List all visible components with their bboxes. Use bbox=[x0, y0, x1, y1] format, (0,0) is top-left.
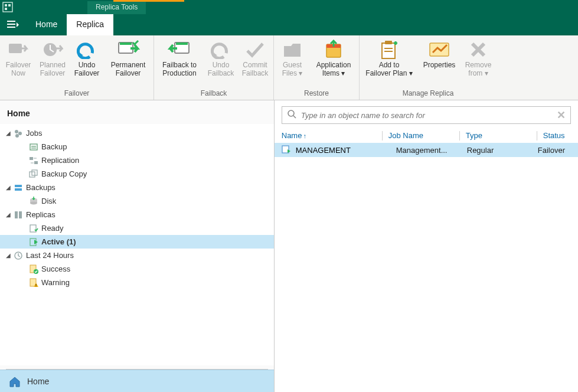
warning-icon bbox=[28, 277, 39, 288]
guest-files-icon bbox=[280, 38, 304, 61]
replication-icon bbox=[28, 155, 39, 166]
tree-node-backups[interactable]: ◢ Backups bbox=[0, 181, 274, 194]
svg-rect-33 bbox=[15, 211, 18, 218]
app-menu-button[interactable] bbox=[0, 14, 26, 35]
backup-copy-icon bbox=[28, 169, 39, 179]
jobs-icon bbox=[13, 128, 24, 139]
success-icon bbox=[28, 264, 39, 275]
undo-failover-icon bbox=[75, 38, 99, 61]
svg-rect-41 bbox=[35, 284, 36, 286]
ribbon: FailoverNow PlannedFailover UndoFailover… bbox=[0, 35, 578, 100]
undo-failover-button[interactable]: UndoFailover bbox=[72, 38, 102, 79]
chevron-down-icon: ◢ bbox=[6, 184, 13, 191]
chevron-down-icon: ◢ bbox=[6, 130, 13, 136]
home-icon bbox=[8, 375, 21, 388]
tree-node-disk[interactable]: Disk bbox=[0, 194, 274, 208]
ribbon-group-label: Failback bbox=[201, 89, 227, 99]
cell-name: MANAGEMENT bbox=[296, 146, 396, 155]
svg-rect-35 bbox=[30, 225, 36, 232]
contextual-tab-label: Replica Tools bbox=[87, 1, 146, 14]
col-name[interactable]: Name↑ bbox=[282, 131, 382, 141]
commit-failback-icon bbox=[243, 38, 267, 61]
failback-to-production-button[interactable]: Failback toProduction bbox=[158, 38, 201, 79]
app-icon bbox=[0, 0, 15, 14]
tree-node-backup-copy[interactable]: Backup Copy bbox=[0, 167, 274, 181]
undo-failback-button[interactable]: UndoFailback bbox=[206, 38, 236, 79]
tree-node-replicas[interactable]: ◢ Replicas bbox=[0, 208, 274, 221]
tree-node-backup[interactable]: Backup bbox=[0, 140, 274, 153]
svg-rect-7 bbox=[9, 44, 22, 53]
add-to-failover-plan-icon bbox=[377, 38, 401, 61]
tree-label: Replication bbox=[41, 156, 79, 165]
properties-icon bbox=[427, 38, 451, 61]
permanent-failover-button[interactable]: PermanentFailover bbox=[106, 38, 150, 79]
svg-rect-2 bbox=[8, 4, 11, 6]
tab-replica[interactable]: Replica bbox=[67, 14, 113, 35]
ribbon-group-label: Manage Replica bbox=[403, 89, 454, 99]
commit-failback-button[interactable]: CommitFailback bbox=[240, 38, 270, 79]
failover-now-button[interactable]: FailoverNow bbox=[4, 38, 33, 79]
ribbon-group-failback: Failback toProduction UndoFailback Commi… bbox=[154, 35, 274, 100]
svg-rect-34 bbox=[19, 211, 22, 218]
cell-job: Management... bbox=[396, 146, 467, 155]
tree-label: Backup Copy bbox=[41, 169, 87, 178]
search-icon bbox=[287, 109, 296, 121]
ribbon-group-label: Restore bbox=[304, 89, 329, 99]
application-items-button[interactable]: ApplicationItems ▾ bbox=[312, 38, 355, 79]
svg-rect-22 bbox=[31, 146, 36, 147]
disk-icon bbox=[28, 196, 39, 207]
svg-rect-16 bbox=[384, 51, 393, 52]
svg-rect-4 bbox=[7, 21, 15, 22]
nav-footer-home[interactable]: Home bbox=[0, 370, 274, 392]
main-tab-bar: Home Replica bbox=[0, 14, 578, 35]
nav-footer-label: Home bbox=[27, 377, 49, 386]
tree-label: Backup bbox=[41, 142, 67, 151]
guest-files-button[interactable]: GuestFiles ▾ bbox=[277, 38, 307, 79]
tree-node-warning[interactable]: Warning bbox=[0, 276, 274, 289]
last24-icon bbox=[13, 250, 24, 261]
tree-label: Replicas bbox=[26, 210, 55, 219]
grid-row[interactable]: MANAGEMENT Management... Regular Failove… bbox=[275, 143, 578, 157]
tree-label: Disk bbox=[41, 197, 56, 205]
ribbon-group-label: Failover bbox=[64, 89, 90, 99]
tree-node-jobs[interactable]: ◢ Jobs bbox=[0, 126, 274, 140]
ribbon-group-failover: FailoverNow PlannedFailover UndoFailover… bbox=[0, 35, 154, 100]
left-pane: Home ◢ Jobs Backup Replication Backup Co… bbox=[0, 100, 275, 392]
search-input[interactable] bbox=[301, 111, 552, 120]
failback-to-production-icon bbox=[168, 38, 191, 61]
cell-type: Regular bbox=[467, 146, 538, 155]
col-type[interactable]: Type bbox=[466, 131, 537, 141]
nav-tree: ◢ Jobs Backup Replication Backup Copy ◢ … bbox=[0, 124, 274, 365]
accent-strip bbox=[113, 0, 184, 2]
tree-node-success[interactable]: Success bbox=[0, 262, 274, 276]
active-icon bbox=[28, 237, 39, 247]
tree-label: Success bbox=[41, 264, 70, 273]
clear-search-button[interactable]: ✕ bbox=[557, 109, 566, 122]
svg-point-32 bbox=[30, 201, 37, 204]
tree-node-last24[interactable]: ◢ Last 24 Hours bbox=[0, 249, 274, 262]
svg-point-18 bbox=[15, 130, 18, 133]
ribbon-group-manage-replica: Add toFailover Plan ▾ Properties Removef… bbox=[360, 35, 497, 100]
planned-failover-button[interactable]: PlannedFailover bbox=[38, 38, 67, 79]
title-bar: Replica Tools bbox=[0, 0, 578, 14]
svg-rect-0 bbox=[3, 2, 12, 12]
tree-node-replication[interactable]: Replication bbox=[0, 153, 274, 167]
chevron-down-icon: ◢ bbox=[6, 252, 13, 259]
tree-node-active[interactable]: Active (1) bbox=[0, 235, 274, 249]
svg-point-43 bbox=[288, 110, 294, 116]
svg-rect-6 bbox=[7, 27, 15, 28]
replicas-icon bbox=[13, 210, 24, 220]
properties-button[interactable]: Properties bbox=[420, 38, 459, 79]
tab-home[interactable]: Home bbox=[26, 14, 67, 35]
tree-node-ready[interactable]: Ready bbox=[0, 221, 274, 235]
svg-rect-21 bbox=[30, 144, 37, 150]
col-job-name[interactable]: Job Name bbox=[388, 131, 459, 141]
body: Home ◢ Jobs Backup Replication Backup Co… bbox=[0, 100, 578, 392]
svg-rect-14 bbox=[385, 41, 392, 44]
svg-rect-28 bbox=[15, 185, 22, 187]
add-to-failover-plan-button[interactable]: Add toFailover Plan ▾ bbox=[363, 38, 415, 79]
failover-now-icon bbox=[6, 38, 30, 61]
svg-rect-1 bbox=[5, 4, 7, 6]
col-status[interactable]: Status bbox=[543, 131, 571, 141]
remove-from-button[interactable]: Removefrom ▾ bbox=[463, 38, 493, 79]
